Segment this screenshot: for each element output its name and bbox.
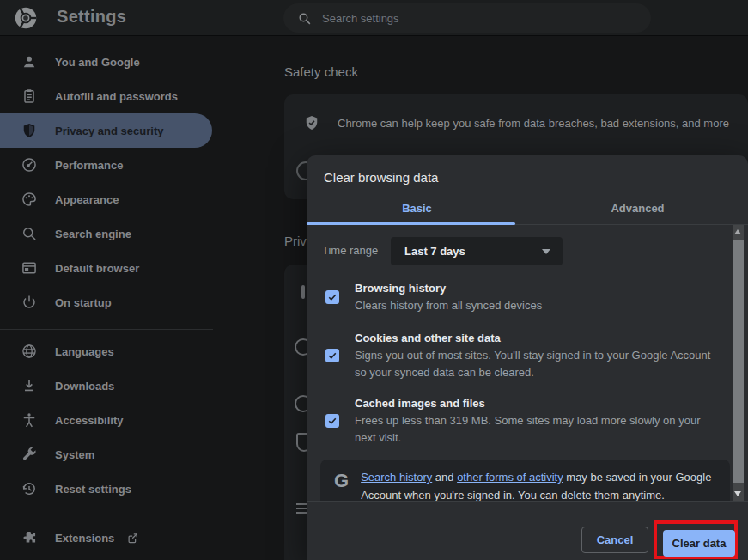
checkbox-label: Cached images and files <box>355 395 714 412</box>
search-engine-icon <box>21 225 38 242</box>
dialog-title: Clear browsing data <box>324 170 438 185</box>
sidebar-item-system[interactable]: System <box>0 437 212 472</box>
search-icon <box>297 11 312 26</box>
download-icon <box>21 377 38 394</box>
scroll-down-arrow-icon[interactable] <box>734 491 741 496</box>
sidebar-item-extensions[interactable]: Extensions <box>0 520 212 555</box>
sidebar-item-label: Downloads <box>55 380 114 393</box>
sidebar-item-appearance[interactable]: Appearance <box>0 182 212 216</box>
sidebar-item-label: System <box>55 448 94 461</box>
sidebar-item-label: Reset settings <box>55 483 131 496</box>
checkbox-label: Cookies and other site data <box>355 330 714 347</box>
check-icon <box>327 292 338 302</box>
dialog-scroll-area: Time range Last 7 days Browsing history … <box>307 225 733 501</box>
checkbox-description: Signs you out of most sites. You'll stay… <box>355 347 714 381</box>
safety-check-heading: Safety check <box>284 64 358 79</box>
sidebar-item-label: Extensions <box>55 532 114 545</box>
search-input[interactable] <box>322 12 605 25</box>
sidebar-item-label: Default browser <box>55 262 139 275</box>
clipboard-icon <box>21 88 38 105</box>
clear-browsing-data-icon <box>301 285 305 299</box>
clear-browsing-data-dialog: Clear browsing data Basic Advanced Time … <box>307 155 748 560</box>
cached-images-checkbox[interactable] <box>325 414 339 428</box>
safety-check-text: Chrome can help keep you safe from data … <box>338 117 729 130</box>
checkbox-description: Frees up less than 319 MB. Some sites ma… <box>355 412 714 447</box>
sidebar-item-autofill[interactable]: Autofill and passwords <box>0 79 212 113</box>
highlight-annotation: Clear data <box>654 520 738 559</box>
browsing-history-checkbox[interactable] <box>325 290 339 304</box>
header: Settings <box>0 0 748 36</box>
tab-active-underline <box>307 222 515 225</box>
sidebar-item-label: Languages <box>55 345 114 358</box>
search-history-link[interactable]: Search history <box>361 471 432 484</box>
notice-joiner: and <box>432 471 457 484</box>
sidebar: You and Google Autofill and passwords Pr… <box>0 36 213 560</box>
sidebar-item-privacy-security[interactable]: Privacy and security <box>0 113 212 148</box>
sidebar-item-you-and-google[interactable]: You and Google <box>0 45 212 79</box>
sidebar-item-label: Search engine <box>55 228 131 240</box>
sidebar-item-label: Privacy and security <box>55 125 163 137</box>
accessibility-icon <box>21 411 38 429</box>
sidebar-item-label: Appearance <box>55 193 119 206</box>
cancel-button[interactable]: Cancel <box>581 527 648 553</box>
scroll-up-arrow-icon[interactable] <box>734 229 741 234</box>
puzzle-icon <box>21 529 38 546</box>
sidebar-divider <box>0 329 213 330</box>
other-activity-link[interactable]: other forms of activity <box>457 471 563 484</box>
notice-text: Search history and other forms of activi… <box>361 468 718 501</box>
tab-basic[interactable]: Basic <box>307 196 527 225</box>
page-title: Settings <box>57 7 126 27</box>
time-range-label: Time range <box>322 244 378 257</box>
power-icon <box>21 294 38 311</box>
browser-icon <box>21 259 38 277</box>
time-range-value: Last 7 days <box>404 245 465 258</box>
person-icon <box>21 53 38 70</box>
sidebar-divider <box>0 514 213 514</box>
sidebar-item-on-startup[interactable]: On startup <box>0 285 212 320</box>
checkbox-row-cached-images: Cached images and files Frees up less th… <box>325 395 714 447</box>
sidebar-item-languages[interactable]: Languages <box>0 334 212 368</box>
sidebar-item-label: Autofill and passwords <box>55 90 178 103</box>
palette-icon <box>21 191 38 208</box>
sidebar-item-performance[interactable]: Performance <box>0 148 212 182</box>
checkbox-row-cookies: Cookies and other site data Signs you ou… <box>325 330 714 381</box>
reset-icon <box>21 480 38 497</box>
sidebar-item-default-browser[interactable]: Default browser <box>0 251 212 285</box>
shield-check-icon <box>303 114 320 131</box>
dialog-scrollbar[interactable] <box>733 225 744 501</box>
sidebar-item-downloads[interactable]: Downloads <box>0 368 212 403</box>
sidebar-item-reset-settings[interactable]: Reset settings <box>0 472 212 506</box>
tab-advanced[interactable]: Advanced <box>527 196 748 225</box>
checkbox-description: Clears history from all synced devices <box>355 297 714 314</box>
time-range-select[interactable]: Last 7 days <box>391 237 563 265</box>
scrollbar-thumb[interactable] <box>733 240 744 483</box>
settings-search-bar <box>283 3 651 33</box>
checkbox-label: Browsing history <box>355 280 714 297</box>
safety-check-row[interactable]: Chrome can help keep you safe from data … <box>284 105 748 141</box>
time-range-row: Time range Last 7 days <box>307 237 733 266</box>
chrome-logo-icon <box>14 6 38 30</box>
dialog-tabs: Basic Advanced <box>307 196 748 225</box>
sidebar-item-accessibility[interactable]: Accessibility <box>0 403 212 437</box>
clear-data-button[interactable]: Clear data <box>663 530 735 557</box>
sidebar-item-label: Accessibility <box>55 414 124 427</box>
chrome-settings-window: Settings You and Google Autofill and pas… <box>0 0 748 560</box>
google-logo: G <box>334 472 349 490</box>
external-link-icon <box>126 532 139 545</box>
sidebar-item-label: You and Google <box>55 56 140 69</box>
chevron-down-icon <box>542 249 550 254</box>
sidebar-item-label: Performance <box>55 159 123 172</box>
globe-icon <box>21 343 38 360</box>
sidebar-item-label: On startup <box>55 296 112 309</box>
dialog-footer: Cancel Clear data <box>307 501 748 560</box>
check-icon <box>327 416 338 426</box>
sidebar-item-search-engine[interactable]: Search engine <box>0 216 212 251</box>
check-icon <box>327 350 338 361</box>
speedometer-icon <box>21 156 38 173</box>
google-account-notice: G Search history and other forms of acti… <box>320 460 730 501</box>
wrench-icon <box>21 446 38 463</box>
shield-icon <box>21 122 38 139</box>
cookies-checkbox[interactable] <box>325 349 339 362</box>
checkbox-row-browsing-history: Browsing history Clears history from all… <box>325 280 714 314</box>
